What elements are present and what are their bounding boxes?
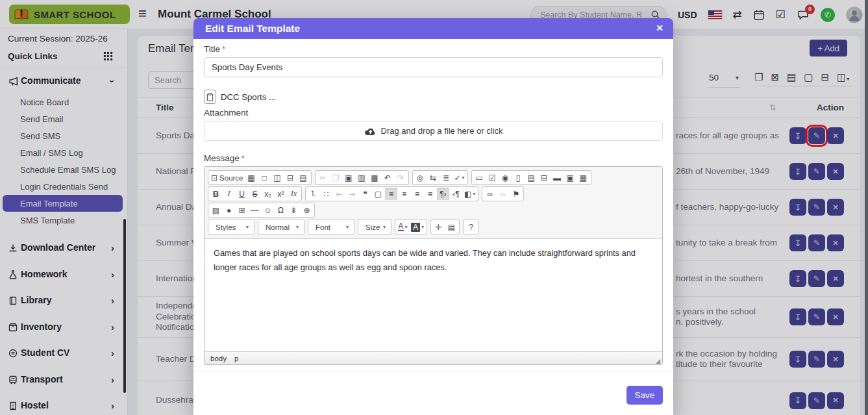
bg-color-button[interactable]: A▾: [410, 221, 425, 233]
remove-format-button[interactable]: Ix: [288, 188, 300, 200]
title-field-label: Title*: [204, 44, 225, 54]
text-field-button[interactable]: ▯: [512, 171, 525, 184]
save-button[interactable]: Save: [626, 386, 663, 405]
format-dropdown[interactable]: Normal▾: [260, 220, 303, 234]
spellcheck-button[interactable]: ✓▾: [453, 171, 466, 184]
preview-button[interactable]: ◫: [271, 171, 284, 184]
unlink-button[interactable]: ∞: [497, 188, 509, 200]
bidi-ltr-button[interactable]: ¶›: [437, 188, 449, 200]
editor-content[interactable]: Games that are played on school sports d…: [205, 239, 662, 351]
source-button[interactable]: ⊡Source: [210, 171, 245, 184]
outdent-button[interactable]: ⇤: [333, 188, 345, 200]
hidden-field-button[interactable]: ▦: [577, 171, 589, 184]
smiley-button[interactable]: ☺: [262, 204, 274, 216]
italic-button[interactable]: I: [223, 188, 235, 200]
styles-dropdown[interactable]: Styles▾: [210, 220, 253, 234]
select-field-button[interactable]: ⊟: [538, 171, 551, 184]
size-dropdown[interactable]: Size▾: [360, 220, 390, 234]
numbered-list-button[interactable]: ⒈: [307, 188, 319, 200]
clipboard-icon: [204, 90, 216, 104]
new-page-button[interactable]: □: [258, 171, 271, 184]
underline-button[interactable]: U: [236, 188, 248, 200]
image-button[interactable]: ▧: [210, 204, 222, 216]
checkbox-button[interactable]: ☑: [486, 171, 499, 184]
link-button[interactable]: ∞: [484, 188, 496, 200]
close-icon[interactable]: ✕: [656, 23, 663, 33]
cut-button[interactable]: ✂: [317, 171, 329, 184]
align-center-button[interactable]: ≡: [398, 188, 410, 200]
attachment-chip-label: DCC Sports ...: [221, 92, 276, 102]
copy-button[interactable]: ❐: [330, 171, 342, 184]
message-field-label: Message*: [204, 153, 245, 163]
undo-button[interactable]: ↶: [382, 171, 394, 184]
required-mark: *: [222, 44, 225, 54]
horizontal-rule-button[interactable]: ―: [249, 204, 261, 216]
bidi-rtl-button[interactable]: ‹¶: [450, 188, 462, 200]
image-button-button[interactable]: ▣: [564, 171, 577, 184]
blockquote-button[interactable]: ❝: [359, 188, 371, 200]
paste-text-button[interactable]: ▥: [356, 171, 368, 184]
div-button[interactable]: ▢: [372, 188, 384, 200]
cloud-upload-icon: [364, 127, 377, 136]
align-justify-button[interactable]: ≡: [424, 188, 436, 200]
iframe-button[interactable]: ⊕: [301, 204, 313, 216]
align-right-button[interactable]: ≡: [411, 188, 423, 200]
select-all-button[interactable]: ≣: [440, 171, 453, 184]
indent-button[interactable]: ⇥: [346, 188, 358, 200]
editor-path-bar: body p ◢: [205, 351, 662, 364]
file-dropzone[interactable]: Drag and drop a file here or click: [204, 121, 663, 141]
paste-word-button[interactable]: ▩: [369, 171, 381, 184]
modal-title: Edit Email Template: [205, 23, 300, 34]
modal-footer-divider: [193, 371, 673, 372]
special-char-button[interactable]: Ω: [275, 204, 287, 216]
app-root: SMART SCHOOL ≡ Mount Carmel School USD ⇄…: [0, 0, 868, 415]
rich-text-editor: ⊡Source▦□◫⊟▤ ✂❐▣▥▩↶↷ ◎⇆≣✓▾ ▭☑◉▯▤⊟▬▣▦ BIU…: [204, 166, 663, 365]
about-button[interactable]: ?: [465, 221, 477, 233]
bold-button[interactable]: B: [210, 188, 222, 200]
superscript-button[interactable]: x²: [275, 188, 287, 200]
title-input[interactable]: [204, 57, 663, 77]
path-body[interactable]: body: [210, 355, 227, 362]
button-button[interactable]: ▬: [551, 171, 564, 184]
text-color-button[interactable]: A▾: [397, 221, 409, 233]
anchor-button[interactable]: ⚑: [510, 188, 522, 200]
bulleted-list-button[interactable]: ∷: [320, 188, 332, 200]
print-button[interactable]: ⊟: [284, 171, 297, 184]
templates-button[interactable]: ▤: [297, 171, 310, 184]
attachment-label: Attachment: [204, 108, 248, 118]
font-dropdown[interactable]: Font▾: [310, 220, 353, 234]
attachment-chip[interactable]: DCC Sports ...: [204, 90, 276, 104]
paste-button[interactable]: ▣: [343, 171, 355, 184]
language-button[interactable]: ◧▾: [463, 188, 477, 200]
flash-button[interactable]: ●: [223, 204, 235, 216]
redo-button[interactable]: ↷: [395, 171, 407, 184]
dropzone-text: Drag and drop a file here or click: [381, 126, 503, 136]
strike-button[interactable]: S: [249, 188, 261, 200]
edit-email-template-modal: Edit Email Template ✕ Title* DCC Sports …: [193, 18, 673, 415]
save-button[interactable]: ▦: [245, 171, 258, 184]
subscript-button[interactable]: x₂: [262, 188, 274, 200]
find-button[interactable]: ◎: [414, 171, 427, 184]
maximize-button[interactable]: ✛: [432, 221, 445, 233]
path-p[interactable]: p: [234, 355, 238, 362]
resize-handle-icon[interactable]: ◢: [656, 358, 660, 364]
textarea-button[interactable]: ▤: [525, 171, 538, 184]
modal-header: Edit Email Template ✕: [193, 18, 673, 39]
replace-button[interactable]: ⇆: [427, 171, 440, 184]
align-left-button[interactable]: ≡: [385, 188, 397, 200]
table-button[interactable]: ⊞: [236, 204, 248, 216]
page-break-button[interactable]: ⇟: [288, 204, 300, 216]
page-scrollbar[interactable]: [865, 0, 868, 415]
editor-toolbar: ⊡Source▦□◫⊟▤ ✂❐▣▥▩↶↷ ◎⇆≣✓▾ ▭☑◉▯▤⊟▬▣▦ BIU…: [205, 167, 662, 239]
show-blocks-button[interactable]: ▤: [445, 221, 458, 233]
required-mark: *: [242, 153, 245, 163]
radio-button[interactable]: ◉: [499, 171, 512, 184]
form-button[interactable]: ▭: [473, 171, 486, 184]
